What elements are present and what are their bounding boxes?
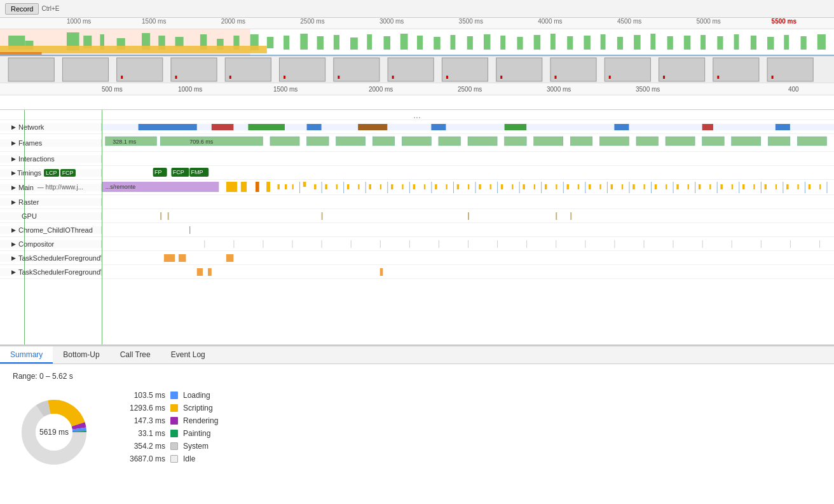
svg-rect-63 — [550, 58, 596, 81]
svg-rect-53 — [8, 58, 54, 81]
svg-rect-157 — [622, 184, 623, 189]
svg-rect-10 — [175, 37, 184, 47]
svg-rect-161 — [666, 184, 667, 189]
svg-rect-40 — [684, 36, 690, 50]
svg-rect-214 — [380, 240, 381, 248]
svg-rect-204 — [468, 212, 469, 220]
tab-summary[interactable]: Summary — [0, 346, 53, 364]
svg-rect-100 — [402, 137, 431, 146]
svg-rect-61 — [442, 58, 488, 81]
svg-rect-188 — [563, 182, 564, 193]
gpu-content — [102, 209, 834, 222]
svg-rect-20 — [350, 37, 358, 50]
chrome-child-expand[interactable]: ▶ — [11, 227, 16, 233]
svg-rect-18 — [317, 36, 324, 50]
network-expand[interactable]: ▶ — [11, 124, 16, 130]
tab-bottom-up[interactable]: Bottom-Up — [53, 346, 109, 364]
svg-rect-69 — [175, 76, 177, 79]
svg-rect-46 — [784, 35, 789, 50]
svg-rect-37 — [634, 35, 640, 50]
raster-expand[interactable]: ▶ — [11, 199, 16, 205]
svg-rect-164 — [699, 184, 701, 189]
svg-rect-101 — [439, 137, 461, 146]
svg-rect-96 — [270, 137, 299, 146]
svg-rect-47 — [801, 36, 807, 50]
svg-rect-88 — [505, 124, 527, 130]
timings-label: ▶ Timings LCP FCP — [0, 169, 102, 177]
svg-rect-32 — [550, 34, 556, 50]
task-worker-1-expand[interactable]: ▶ — [11, 255, 16, 261]
svg-rect-177 — [322, 182, 322, 193]
svg-rect-199 — [805, 182, 805, 193]
legend-idle: 3687.0 ms Idle — [114, 454, 218, 463]
svg-rect-87 — [431, 124, 446, 130]
svg-rect-212 — [322, 240, 322, 248]
svg-rect-131 — [336, 184, 338, 189]
svg-rect-19 — [334, 35, 339, 50]
svg-rect-73 — [392, 76, 394, 79]
svg-rect-153 — [578, 184, 579, 189]
svg-rect-180 — [387, 182, 388, 193]
svg-rect-139 — [424, 184, 425, 189]
timeline-panel: ... ▶ Network ▶ Fr — [0, 110, 834, 345]
svg-rect-207 — [189, 226, 190, 234]
tab-event-log[interactable]: Event Log — [161, 346, 215, 364]
svg-rect-98 — [336, 137, 366, 146]
record-button[interactable]: Record — [5, 3, 39, 15]
chrome-child-svg — [102, 223, 834, 236]
svg-rect-147 — [512, 184, 513, 189]
svg-rect-154 — [589, 184, 591, 189]
svg-rect-200 — [826, 182, 827, 193]
svg-rect-143 — [468, 184, 469, 189]
legend-loading: 103.5 ms Loading — [114, 391, 218, 400]
svg-rect-59 — [334, 58, 379, 81]
svg-rect-173 — [797, 184, 798, 189]
filmstrip-svg — [0, 57, 834, 83]
svg-rect-58 — [280, 58, 325, 81]
frames-expand[interactable]: ▶ — [11, 140, 16, 146]
svg-rect-225 — [702, 240, 703, 248]
compositor-expand[interactable]: ▶ — [11, 241, 16, 247]
svg-rect-41 — [701, 35, 706, 50]
svg-text:328.1 ms: 328.1 ms — [113, 139, 137, 145]
badge-fcp: FCP — [60, 169, 76, 177]
svg-rect-79 — [717, 76, 719, 79]
svg-rect-208 — [204, 240, 205, 248]
timings-expand[interactable]: ▶ — [11, 170, 16, 176]
svg-rect-27 — [467, 36, 473, 50]
svg-rect-172 — [786, 184, 788, 189]
svg-rect-140 — [435, 184, 437, 189]
svg-rect-138 — [413, 184, 415, 189]
svg-rect-182 — [431, 182, 432, 193]
main-expand[interactable]: ▶ — [11, 184, 16, 191]
raster-content — [102, 195, 834, 208]
svg-rect-42 — [717, 36, 723, 50]
svg-rect-102 — [468, 137, 497, 146]
waveform-area — [0, 29, 834, 56]
tab-call-tree[interactable]: Call Tree — [110, 346, 161, 364]
svg-text:...s/remonte: ...s/remonte — [106, 184, 136, 190]
summary-content: Range: 0 – 5.62 s — [0, 364, 834, 485]
svg-rect-144 — [479, 184, 481, 189]
interactions-expand[interactable]: ▶ — [11, 156, 16, 162]
svg-rect-218 — [497, 240, 498, 248]
svg-rect-122 — [241, 182, 247, 192]
svg-rect-229 — [819, 240, 820, 248]
overview-panel: 1000 ms 1500 ms 2000 ms 2500 ms 3000 ms … — [0, 18, 834, 110]
svg-rect-189 — [585, 182, 585, 193]
task-worker-2-expand[interactable]: ▶ — [11, 269, 16, 275]
main-content: ...s/remonte — [102, 180, 834, 194]
svg-rect-70 — [229, 76, 231, 79]
task-worker-2-svg — [102, 265, 834, 278]
svg-rect-30 — [517, 37, 523, 50]
svg-rect-56 — [171, 58, 217, 81]
svg-rect-211 — [292, 240, 293, 248]
svg-rect-15 — [267, 37, 273, 48]
compositor-svg — [102, 237, 834, 250]
interactions-row: ▶ Interactions — [0, 152, 834, 166]
svg-rect-28 — [484, 34, 490, 50]
tabs-bar: Summary Bottom-Up Call Tree Event Log — [0, 346, 834, 364]
svg-rect-163 — [688, 184, 689, 189]
svg-rect-213 — [351, 240, 352, 248]
raster-label: ▶ Raster — [0, 198, 102, 206]
